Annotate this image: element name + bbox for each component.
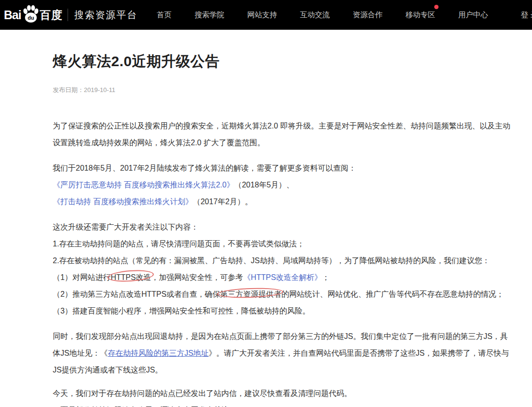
baidu-logo[interactable]: Bai du 百度 [4,7,63,23]
sub-item-2: （2）推动第三方站点改造HTTPS或者自查，确保第三方资源提供者的网站统计、网站… [53,286,514,302]
nav-item-academy[interactable]: 搜索学院 [195,10,224,20]
sub-item-2-pre: （2）推动第三方站点改造HTTPS或者自查，确保 [53,290,220,298]
platform-brand[interactable]: 搜索资源平台 [74,9,138,22]
paragraph-js-risk: 同时，我们发现部分站点出现回退劫持，是因为在站点页面上携带了部分第三方的外链JS… [53,328,514,378]
paragraph-list-lead: 下面是部分劫持问题站点公示，还请广大开发者关注： [53,402,514,407]
paragraph-attention-intro: 这次升级还需要广大开发者关注以下内容： [53,219,514,235]
list-item-1: 1.存在主动劫持问题的站点，请尽快清理问题页面，不要再尝试类似做法； [53,235,514,252]
link-risky-js-list[interactable]: 存在劫持风险的第三方JS地址 [108,349,209,357]
paragraph-notice: 今天，我们对于存在劫持问题的站点已经发出了站内信，建议尽快查看及清理问题代码。 [53,385,514,402]
reference-line-2018: 《严厉打击恶意劫持 百度移动搜索推出烽火算法2.0》（2018年5月）、 [53,176,514,193]
announcement-article: 烽火算法2.0近期升级公告 发布日期：2019-10-11 为了保证搜索的公正性… [0,52,518,407]
link-beacon-plan-2017[interactable]: 《打击劫持 百度移动搜索推出烽火计划》 [53,198,193,206]
publish-date: 发布日期：2019-10-11 [53,86,518,94]
main-nav: 首页 搜索学院 网站支持 互动交流 资源合作 移动专区 用户中心 [157,10,488,20]
sub-item-2-post: 的网站统计、网站优化、推广广告等代码不存在恶意劫持的情况； [281,290,504,298]
reference-suffix-2018: （2018年5月）、 [234,181,294,189]
nav-item-user-center[interactable]: 用户中心 [458,10,488,20]
notification-dot [434,5,439,9]
nav-item-mobile-zone[interactable]: 移动专区 [405,10,435,20]
sub-item-1-pre: （1）对网站进行 [53,273,111,281]
article-body: 为了保证搜索的公正性以及搜索用户的搜索安全，近期烽火算法2.0 即将升级。主要是… [53,117,514,407]
login-link[interactable]: 登 录 [521,11,532,21]
sub-item-1: （1）对网站进行HTTPS改造，加强网站安全性，可参考《HTTPS改造全解析》； [53,269,514,286]
annotated-https-text: HTTPS改造 [111,273,151,281]
sub-item-1-mid: ，加强网站安全性，可参考 [151,273,243,281]
logo-text-bai: Bai [4,8,21,22]
paragraph-history: 我们于2018年5月、2017年2月陆续发布了烽火算法的解读，需要了解更多资料可… [53,160,514,176]
baidu-paw-icon: du [22,4,39,23]
nav-item-site-support[interactable]: 网站支持 [247,10,277,20]
reference-line-2017: 《打击劫持 百度移动搜索推出烽火计划》（2017年2月）。 [53,193,514,210]
link-beacon-algorithm-2018[interactable]: 《严厉打击恶意劫持 百度移动搜索推出烽火算法2.0》 [53,181,234,189]
sub-item-3: （3）搭建百度智能小程序，增强网站安全性和可控性，降低被劫持的风险。 [53,302,514,319]
annotated-third-party-text: 第三方资源提供者 [220,290,281,298]
link-https-guide[interactable]: 《HTTPS改造全解析》 [243,273,322,281]
reference-suffix-2017: （2017年2月）。 [193,198,253,206]
nav-item-home[interactable]: 首页 [157,10,172,20]
sub-item-1-post: ； [322,273,330,281]
nav-item-cooperation[interactable]: 资源合作 [353,10,382,20]
paragraph-intro: 为了保证搜索的公正性以及搜索用户的搜索安全，近期烽火算法2.0 即将升级。主要是… [53,117,514,151]
top-navbar: Bai du 百度 搜索资源平台 首页 搜索学院 网站支持 互动交流 资源合作 … [0,0,532,30]
nav-item-interaction[interactable]: 互动交流 [300,10,330,20]
logo-text-baidu-cn: 百度 [40,8,63,23]
logo-text-du: du [28,15,34,21]
logo-separator [68,9,68,21]
nav-item-mobile-zone-label: 移动专区 [405,11,435,19]
list-item-2: 2.存在被动劫持的站点（常见的有：漏洞被黑、广告劫持、JS劫持、局域网劫持等），… [53,252,514,269]
page-title: 烽火算法2.0近期升级公告 [53,52,518,71]
